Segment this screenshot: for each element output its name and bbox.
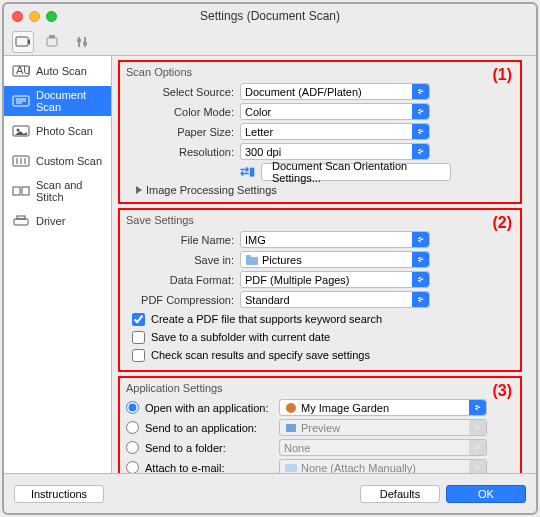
- photo-icon: [12, 124, 30, 138]
- select-source-dropdown[interactable]: Document (ADF/Platen): [240, 83, 430, 100]
- send-to-folder-radio[interactable]: [126, 441, 139, 454]
- scan-options-group: (1) Scan Options Select Source: Document…: [118, 60, 522, 204]
- chevron-updown-icon: [412, 232, 429, 247]
- sidebar-item-label: Driver: [36, 215, 65, 227]
- subfolder-checkbox[interactable]: Save to a subfolder with current date: [132, 328, 514, 346]
- pdf-compression-label: PDF Compression:: [126, 294, 240, 306]
- image-processing-disclosure[interactable]: Image Processing Settings: [136, 184, 514, 196]
- svg-rect-5: [77, 39, 81, 42]
- svg-rect-26: [286, 424, 296, 432]
- app-icon: [284, 402, 298, 414]
- svg-rect-20: [22, 187, 29, 195]
- instructions-button[interactable]: Instructions: [14, 485, 104, 503]
- send-to-app-radio[interactable]: [126, 421, 139, 434]
- svg-rect-21: [14, 219, 28, 225]
- chevron-updown-icon: [412, 144, 429, 159]
- paper-size-dropdown[interactable]: Letter: [240, 123, 430, 140]
- chevron-updown-icon: [412, 252, 429, 267]
- svg-text:AUTO: AUTO: [16, 65, 30, 76]
- chevron-updown-icon: [412, 104, 429, 119]
- data-format-label: Data Format:: [126, 274, 240, 286]
- keyword-search-checkbox[interactable]: Create a PDF file that supports keyword …: [132, 310, 514, 328]
- preview-icon: [284, 422, 298, 434]
- svg-point-25: [286, 403, 296, 413]
- chevron-updown-icon: [469, 420, 486, 435]
- annotation-1: (1): [492, 66, 512, 84]
- save-in-dropdown[interactable]: Pictures: [240, 251, 430, 268]
- attach-email-dropdown: None (Attach Manually): [279, 459, 487, 473]
- defaults-button[interactable]: Defaults: [360, 485, 440, 503]
- save-in-label: Save in:: [126, 254, 240, 266]
- footer: Instructions Defaults OK: [4, 473, 536, 513]
- sidebar: AUTO Auto Scan Document Scan Photo Scan …: [4, 56, 112, 473]
- toolbar: [4, 28, 536, 56]
- send-to-folder-label: Send to a folder:: [145, 442, 273, 454]
- chevron-updown-icon: [469, 400, 486, 415]
- paper-size-label: Paper Size:: [126, 126, 240, 138]
- custom-icon: [12, 154, 30, 168]
- sidebar-item-label: Scan and Stitch: [36, 179, 111, 203]
- sidebar-item-driver[interactable]: Driver: [4, 206, 111, 236]
- svg-rect-6: [83, 42, 87, 45]
- send-to-app-label: Send to an application:: [145, 422, 273, 434]
- svg-rect-19: [13, 187, 20, 195]
- select-source-label: Select Source:: [126, 86, 240, 98]
- orientation-settings-button[interactable]: Document Scan Orientation Settings...: [261, 163, 451, 181]
- color-mode-dropdown[interactable]: Color: [240, 103, 430, 120]
- open-with-label: Open with an application:: [145, 402, 273, 414]
- resolution-dropdown[interactable]: 300 dpi: [240, 143, 430, 160]
- title-bar: Settings (Document Scan): [4, 4, 536, 28]
- sidebar-item-scan-stitch[interactable]: Scan and Stitch: [4, 176, 111, 206]
- document-icon: [12, 94, 30, 108]
- save-settings-title: Save Settings: [126, 214, 514, 226]
- svg-rect-22: [17, 216, 25, 219]
- sidebar-item-label: Document Scan: [36, 89, 111, 113]
- open-with-dropdown[interactable]: My Image Garden: [279, 399, 487, 416]
- settings-general-icon[interactable]: [72, 31, 94, 53]
- annotation-3: (3): [492, 382, 512, 400]
- annotation-2: (2): [492, 214, 512, 232]
- sidebar-item-custom-scan[interactable]: Custom Scan: [4, 146, 111, 176]
- file-name-field[interactable]: IMG: [240, 231, 430, 248]
- svg-rect-1: [47, 38, 57, 46]
- scan-from-panel-icon[interactable]: [42, 31, 64, 53]
- chevron-updown-icon: [469, 440, 486, 455]
- pdf-compression-dropdown[interactable]: Standard: [240, 291, 430, 308]
- duplex-icon: ⇄▮: [240, 165, 255, 178]
- file-name-label: File Name:: [126, 234, 240, 246]
- mail-icon: [284, 462, 298, 474]
- scan-from-computer-icon[interactable]: [12, 31, 34, 53]
- chevron-updown-icon: [412, 124, 429, 139]
- data-format-dropdown[interactable]: PDF (Multiple Pages): [240, 271, 430, 288]
- chevron-updown-icon: [469, 460, 486, 473]
- application-settings-group: (3) Application Settings Open with an ap…: [118, 376, 522, 473]
- chevron-updown-icon: [412, 272, 429, 287]
- svg-rect-27: [285, 464, 297, 472]
- folder-icon: [245, 254, 259, 266]
- sidebar-item-photo-scan[interactable]: Photo Scan: [4, 116, 111, 146]
- sidebar-item-auto-scan[interactable]: AUTO Auto Scan: [4, 56, 111, 86]
- send-to-folder-dropdown: None: [279, 439, 487, 456]
- resolution-label: Resolution:: [126, 146, 240, 158]
- scan-options-title: Scan Options: [126, 66, 514, 78]
- attach-email-radio[interactable]: [126, 461, 139, 473]
- save-settings-group: (2) Save Settings File Name: IMG Save in…: [118, 208, 522, 372]
- triangle-right-icon: [136, 186, 142, 194]
- stitch-icon: [12, 184, 30, 198]
- sidebar-item-document-scan[interactable]: Document Scan: [4, 86, 111, 116]
- open-with-radio[interactable]: [126, 401, 139, 414]
- color-mode-label: Color Mode:: [126, 106, 240, 118]
- svg-rect-2: [49, 35, 55, 38]
- svg-rect-0: [16, 37, 28, 46]
- sidebar-item-label: Auto Scan: [36, 65, 87, 77]
- chevron-updown-icon: [412, 84, 429, 99]
- sidebar-item-label: Custom Scan: [36, 155, 102, 167]
- app-settings-title: Application Settings: [126, 382, 514, 394]
- svg-rect-23: [246, 257, 258, 265]
- check-results-checkbox[interactable]: Check scan results and specify save sett…: [132, 346, 514, 364]
- driver-icon: [12, 214, 30, 228]
- auto-scan-icon: AUTO: [12, 64, 30, 78]
- ok-button[interactable]: OK: [446, 485, 526, 503]
- svg-rect-24: [246, 255, 251, 258]
- send-to-app-dropdown: Preview: [279, 419, 487, 436]
